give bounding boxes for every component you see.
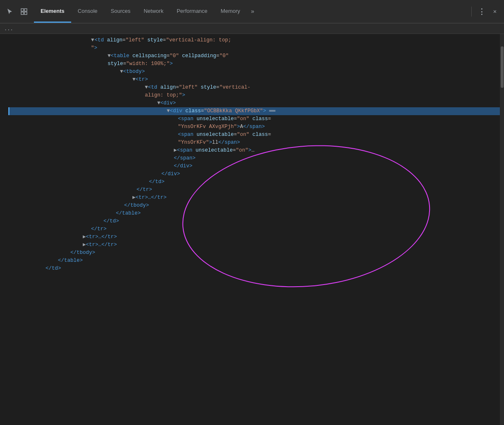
triangle-icon[interactable]: ▼ xyxy=(145,84,148,92)
svg-rect-3 xyxy=(24,9,27,11)
dom-line[interactable]: ▶<tr>…</tr> xyxy=(8,194,504,202)
inspect-icon xyxy=(20,8,28,15)
scrollbar-thumb[interactable] xyxy=(501,46,504,88)
tab-memory[interactable]: Memory xyxy=(214,0,247,23)
dom-line[interactable]: ▼<td align="left" style="vertical- xyxy=(8,84,504,92)
dom-line[interactable]: ▶<tr>…</tr> xyxy=(8,233,504,241)
cursor-icon xyxy=(6,8,14,15)
dom-line[interactable]: style="width: 100%;"> xyxy=(8,60,504,68)
triangle-icon[interactable]: ▼ xyxy=(120,68,123,76)
dom-line[interactable]: </td> xyxy=(8,178,504,186)
toolbar-divider xyxy=(471,7,472,17)
attr-name2: style xyxy=(147,36,163,44)
dom-line[interactable]: align: top;"> xyxy=(8,92,504,99)
triangle-icon[interactable]: ▼ xyxy=(132,76,136,84)
dom-line[interactable]: <span unselectable="on" class= xyxy=(8,115,504,123)
cursor-icon-button[interactable] xyxy=(3,5,17,18)
dom-line[interactable]: </span> xyxy=(8,155,504,162)
toolbar-right: ⋮ ✕ xyxy=(469,6,501,17)
svg-rect-1 xyxy=(24,12,27,14)
triangle-icon[interactable]: ▼ xyxy=(167,107,170,115)
svg-rect-2 xyxy=(21,12,24,14)
dom-line[interactable]: "YnsOrKFv">ll</span> xyxy=(8,139,504,147)
triangle-collapsed-icon[interactable]: ▶ xyxy=(83,233,86,241)
close-button[interactable]: ✕ xyxy=(489,6,501,17)
dom-line[interactable]: ▼<tbody> xyxy=(8,68,504,76)
more-tabs-button[interactable]: » xyxy=(247,0,258,23)
dom-line-selected[interactable]: ▼<div class="OCBBkKka QKkfPGbX"> ══ xyxy=(8,107,504,115)
attr-value: "left" xyxy=(126,36,144,44)
separator-line: ... xyxy=(0,23,504,34)
tab-console[interactable]: Console xyxy=(71,0,104,23)
scrollbar[interactable] xyxy=(500,34,504,425)
attr-name: align xyxy=(107,36,123,44)
triangle-collapsed-icon[interactable]: ▶ xyxy=(83,241,86,249)
triangle-collapsed-icon[interactable]: ▶ xyxy=(132,194,136,202)
attr-value2: "vertical-align: top; xyxy=(166,36,231,44)
more-menu-button[interactable]: ⋮ xyxy=(476,6,487,17)
dom-line[interactable]: "> xyxy=(8,44,504,52)
dom-line[interactable]: ▼<td align="left" style="vertical-align:… xyxy=(8,36,504,44)
dom-line[interactable]: </div> xyxy=(8,162,504,170)
triangle-icon[interactable]: ▼ xyxy=(157,99,161,107)
toolbar: Elements Console Sources Network Perform… xyxy=(0,0,504,23)
svg-rect-0 xyxy=(21,9,24,11)
dom-line[interactable]: ▶<tr>…</tr> xyxy=(8,241,504,249)
triangle-icon[interactable]: ▼ xyxy=(91,36,94,44)
dom-panel: ▼<td align="left" style="vertical-align:… xyxy=(0,34,504,425)
inspect-icon-button[interactable] xyxy=(17,5,31,18)
triangle-collapsed-icon[interactable]: ▶ xyxy=(174,147,177,155)
dom-line[interactable]: </tr> xyxy=(8,186,504,194)
devtools-window: Elements Console Sources Network Perform… xyxy=(0,0,504,425)
dom-line[interactable]: ▼<div> xyxy=(8,99,504,107)
dom-line[interactable]: </table> xyxy=(8,257,504,265)
dom-line[interactable]: </tbody> xyxy=(8,202,504,210)
tag-open: <td xyxy=(95,36,107,44)
dom-line[interactable]: </td> xyxy=(8,217,504,225)
dom-line[interactable]: </td> xyxy=(8,265,504,273)
tab-performance[interactable]: Performance xyxy=(170,0,214,23)
dom-line[interactable]: ▼<table cellspacing="0" cellpadding="0" xyxy=(8,52,504,60)
tab-sources[interactable]: Sources xyxy=(104,0,137,23)
dom-line[interactable]: </tr> xyxy=(8,225,504,233)
tabs-container: Elements Console Sources Network Perform… xyxy=(34,0,259,23)
dom-line[interactable]: ▶<span unselectable="on">… xyxy=(8,147,504,155)
tab-network[interactable]: Network xyxy=(137,0,170,23)
dom-line[interactable]: </table> xyxy=(8,210,504,217)
equals: = xyxy=(122,36,126,44)
dom-line[interactable]: "YnsOrKFv AXvgXPjh">A</span> xyxy=(8,123,504,131)
tab-elements[interactable]: Elements xyxy=(34,0,71,23)
triangle-icon[interactable]: ▼ xyxy=(108,52,111,60)
dom-line[interactable]: </div> xyxy=(8,170,504,178)
dom-line[interactable]: <span unselectable="on" class= xyxy=(8,131,504,139)
dom-line[interactable]: ▼<tr> xyxy=(8,76,504,84)
dom-line[interactable]: </tbody> xyxy=(8,249,504,257)
